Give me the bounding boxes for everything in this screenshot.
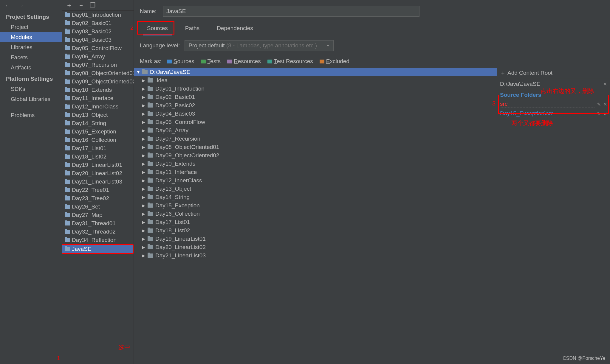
- module-name-input[interactable]: [163, 6, 419, 17]
- remove-icon[interactable]: ✕: [603, 111, 607, 117]
- module-item[interactable]: Day27_Map: [62, 211, 134, 219]
- remove-icon[interactable]: ✕: [603, 102, 607, 107]
- remove-module-icon[interactable]: －: [78, 1, 84, 10]
- sidebar-item-modules[interactable]: Modules: [0, 32, 62, 42]
- caret-right-icon[interactable]: ▶: [142, 136, 145, 141]
- tree-row[interactable]: ▶Day08_ObjectOriented01: [134, 143, 497, 151]
- caret-right-icon[interactable]: ▶: [142, 145, 145, 150]
- module-item[interactable]: Day20_LinearList02: [62, 169, 134, 178]
- sidebar-item-global-libraries[interactable]: Global Libraries: [0, 94, 62, 104]
- source-folder-item[interactable]: src✎✕: [497, 99, 610, 109]
- add-content-root-button[interactable]: ＋ Add Content Root: [497, 67, 610, 79]
- caret-right-icon[interactable]: ▶: [142, 220, 145, 225]
- edit-icon[interactable]: ✎: [597, 102, 601, 107]
- tree-row[interactable]: ▶Day16_Collection: [134, 210, 497, 218]
- module-item[interactable]: Day34_Reflection: [62, 236, 134, 244]
- module-item[interactable]: Day14_String: [62, 119, 134, 127]
- caret-right-icon[interactable]: ▶: [142, 86, 145, 91]
- module-item[interactable]: Day02_Basic01: [62, 19, 134, 27]
- remove-root-icon[interactable]: ✕: [603, 81, 607, 87]
- tree-row[interactable]: ▶Day15_Exception: [134, 201, 497, 210]
- caret-right-icon[interactable]: ▶: [142, 195, 145, 200]
- caret-right-icon[interactable]: ▶: [142, 153, 145, 158]
- module-item[interactable]: Day16_Collection: [62, 136, 134, 144]
- caret-right-icon[interactable]: ▶: [142, 78, 145, 83]
- module-item[interactable]: Day12_InnerClass: [62, 102, 134, 111]
- sidebar-item-problems[interactable]: Problems: [0, 110, 62, 120]
- tree-row[interactable]: ▶Day12_InnerClass: [134, 176, 497, 185]
- tab-paths[interactable]: Paths: [181, 23, 204, 35]
- mark-resources[interactable]: Resources: [227, 58, 261, 65]
- caret-right-icon[interactable]: ▶: [142, 253, 145, 258]
- module-item[interactable]: Day18_List02: [62, 153, 134, 161]
- sidebar-item-artifacts[interactable]: Artifacts: [0, 63, 62, 73]
- module-item[interactable]: Day03_Basic02: [62, 27, 134, 36]
- language-level-dropdown[interactable]: Project default (8 - Lambdas, type annot…: [185, 40, 334, 51]
- module-item[interactable]: Day05_ControlFlow: [62, 44, 134, 52]
- caret-right-icon[interactable]: ▶: [142, 161, 145, 166]
- module-item[interactable]: Day10_Extends: [62, 86, 134, 94]
- module-item[interactable]: Day19_LinearList01: [62, 161, 134, 169]
- tab-sources[interactable]: Sources: [143, 23, 172, 35]
- tree-row[interactable]: ▶Day01_Introduction: [134, 85, 497, 93]
- tree-root-row[interactable]: ▼ D:\Java\JavaSE: [134, 68, 497, 76]
- caret-right-icon[interactable]: ▶: [142, 170, 145, 175]
- tree-row[interactable]: ▶Day18_List02: [134, 226, 497, 235]
- caret-right-icon[interactable]: ▶: [142, 245, 145, 250]
- tree-row[interactable]: ▶.idea: [134, 76, 497, 85]
- caret-right-icon[interactable]: ▶: [142, 120, 145, 125]
- module-item[interactable]: Day32_Thread02: [62, 228, 134, 236]
- tree-row[interactable]: ▶Day17_List01: [134, 218, 497, 226]
- tree-row[interactable]: ▶Day09_ObjectOriented02: [134, 151, 497, 160]
- module-item[interactable]: Day26_Set: [62, 203, 134, 211]
- module-item[interactable]: Day11_Interface: [62, 94, 134, 102]
- mark-sources[interactable]: Sources: [167, 58, 194, 65]
- caret-right-icon[interactable]: ▶: [142, 95, 145, 99]
- sidebar-item-project[interactable]: Project: [0, 22, 62, 32]
- tree-row[interactable]: ▶Day02_Basic01: [134, 93, 497, 101]
- tree-row[interactable]: ▶Day05_ControlFlow: [134, 118, 497, 126]
- forward-arrow-icon[interactable]: →: [18, 2, 24, 9]
- module-item[interactable]: Day13_Object: [62, 111, 134, 119]
- module-item[interactable]: Day01_Introduction: [62, 11, 134, 19]
- mark-test-resources[interactable]: Test Resources: [267, 58, 313, 65]
- content-root-path[interactable]: D:\Java\JavaSE ✕: [497, 79, 610, 89]
- tree-row[interactable]: ▶Day11_Interface: [134, 168, 497, 176]
- tree-row[interactable]: ▶Day21_LinearList03: [134, 251, 497, 260]
- module-item[interactable]: Day15_Exception: [62, 127, 134, 136]
- caret-right-icon[interactable]: ▶: [142, 203, 145, 208]
- caret-right-icon[interactable]: ▶: [142, 111, 145, 116]
- tree-row[interactable]: ▶Day19_LinearList01: [134, 235, 497, 243]
- mark-excluded[interactable]: Excluded: [320, 58, 349, 65]
- edit-icon[interactable]: ✎: [597, 111, 601, 117]
- module-item[interactable]: Day23_Tree02: [62, 194, 134, 203]
- module-item[interactable]: Day17_List01: [62, 144, 134, 153]
- caret-right-icon[interactable]: ▶: [142, 237, 145, 241]
- module-item[interactable]: Day06_Array: [62, 52, 134, 61]
- caret-right-icon[interactable]: ▶: [142, 128, 145, 133]
- caret-right-icon[interactable]: ▶: [142, 228, 145, 233]
- source-folder-item[interactable]: Day15_Exception\src✎✕: [497, 109, 610, 119]
- tree-row[interactable]: ▶Day06_Array: [134, 126, 497, 135]
- module-item[interactable]: Day09_ObjectOriented02: [62, 77, 134, 86]
- tree-row[interactable]: ▶Day03_Basic02: [134, 101, 497, 110]
- module-item[interactable]: Day22_Tree01: [62, 186, 134, 194]
- sidebar-item-sdks[interactable]: SDKs: [0, 84, 62, 94]
- add-module-icon[interactable]: ＋: [66, 1, 72, 10]
- tab-dependencies[interactable]: Dependencies: [213, 23, 257, 35]
- mark-tests[interactable]: Tests: [201, 58, 221, 65]
- sidebar-item-facets[interactable]: Facets: [0, 52, 62, 63]
- module-item[interactable]: Day08_ObjectOriented01: [62, 69, 134, 77]
- tree-row[interactable]: ▶Day10_Extends: [134, 160, 497, 168]
- caret-right-icon[interactable]: ▶: [142, 103, 145, 108]
- tree-row[interactable]: ▶Day14_String: [134, 193, 497, 201]
- copy-module-icon[interactable]: ❐: [90, 1, 96, 9]
- tree-row[interactable]: ▶Day07_Recursion: [134, 135, 497, 143]
- sidebar-item-libraries[interactable]: Libraries: [0, 42, 62, 52]
- tree-row[interactable]: ▶Day04_Basic03: [134, 110, 497, 118]
- module-item[interactable]: Day04_Basic03: [62, 36, 134, 44]
- module-item[interactable]: Day31_Thread01: [62, 219, 134, 228]
- caret-right-icon[interactable]: ▶: [142, 178, 145, 183]
- tree-row[interactable]: ▶Day13_Object: [134, 185, 497, 193]
- module-item[interactable]: Day07_Recursion: [62, 61, 134, 69]
